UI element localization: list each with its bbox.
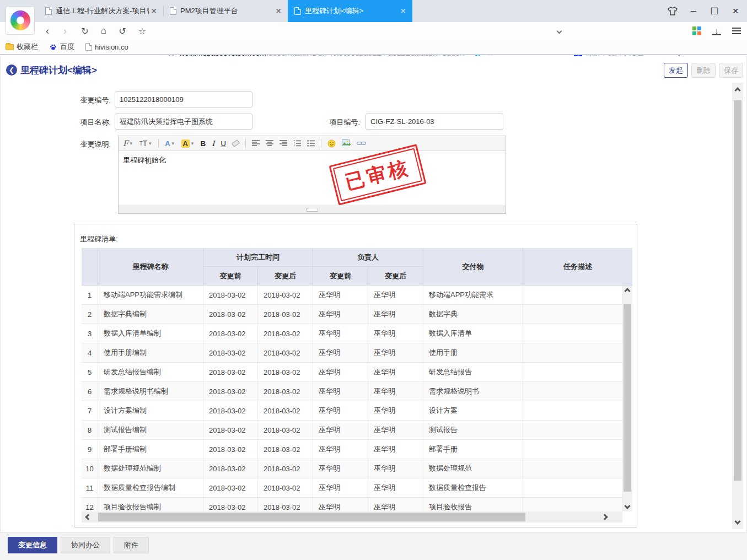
bookmark-item-1[interactable]: 百度 <box>49 42 74 52</box>
browser-logo[interactable] <box>6 6 35 35</box>
cell-plan_after: 2018-03-02 <box>258 363 313 381</box>
initiate-button[interactable]: 发起 <box>664 63 688 78</box>
richtext-editor: F▼ TT▼ A▼ A▼ B I U 里程碑初始化 已审核 <box>118 136 506 214</box>
cell-no: 8 <box>82 421 98 439</box>
resize-handle-icon[interactable] <box>306 208 318 212</box>
apps-grid-icon[interactable] <box>689 22 705 40</box>
cell-plan_before: 2018-03-02 <box>203 343 258 362</box>
align-left-icon[interactable] <box>252 140 260 147</box>
editor-content[interactable]: 里程碑初始化 已审核 <box>119 151 506 206</box>
tab-close-icon[interactable]: ✕ <box>149 7 159 15</box>
cell-name: 数据处理规范编制 <box>98 459 203 478</box>
close-button[interactable]: ✕ <box>727 3 744 19</box>
highlight-color-icon[interactable]: A▼ <box>181 139 195 148</box>
table-scroll-up-icon[interactable] <box>622 287 632 295</box>
cell-plan_after: 2018-03-02 <box>258 478 313 497</box>
table-vscroll-thumb[interactable] <box>624 304 631 492</box>
font-color-icon[interactable]: A▼ <box>165 139 175 148</box>
project-name-input[interactable] <box>115 114 252 130</box>
editor-resize-bar[interactable] <box>119 206 506 213</box>
table-scroll-left-icon[interactable] <box>84 511 93 523</box>
align-right-icon[interactable] <box>280 140 287 147</box>
col-header-plan-after: 变更后 <box>258 267 313 286</box>
font-family-icon[interactable]: F▼ <box>123 139 133 148</box>
cell-owner_before: 巫华明 <box>313 401 368 420</box>
col-header-rownum <box>82 248 98 286</box>
bold-icon[interactable]: B <box>201 139 206 148</box>
table-row: 4使用手册编制2018-03-022018-03-02巫华明巫华明使用手册 <box>82 343 622 363</box>
cell-name: 研发总结报告编制 <box>98 363 203 381</box>
cell-name: 设计方案编制 <box>98 401 203 420</box>
table-row: 3数据入库清单编制2018-03-022018-03-02巫华明巫华明数据入库清… <box>82 324 622 343</box>
table-scroll-right-icon[interactable] <box>600 511 609 523</box>
cell-deliverable: 研发总结报告 <box>423 363 523 381</box>
cell-owner_before: 巫华明 <box>313 382 368 401</box>
cell-name: 数据入库清单编制 <box>98 324 203 343</box>
tab-close-icon[interactable]: ✕ <box>398 7 408 15</box>
underline-icon[interactable]: U <box>221 139 225 148</box>
table-scroll-down-icon[interactable] <box>622 502 632 510</box>
browser-tab-2[interactable]: 里程碑计划<编辑>✕ <box>288 0 412 22</box>
col-header-task: 任务描述 <box>523 248 632 286</box>
insert-link-icon[interactable] <box>357 141 366 146</box>
back-icon[interactable]: ‹ <box>40 22 55 40</box>
page-back-button[interactable]: ❮ <box>6 64 17 76</box>
refresh-icon[interactable]: ↻ <box>77 22 93 40</box>
project-no-input[interactable] <box>366 114 503 130</box>
cell-owner_after: 巫华明 <box>368 478 423 497</box>
tab-close-icon[interactable]: ✕ <box>273 7 283 15</box>
cell-no: 4 <box>82 343 98 362</box>
cell-task <box>523 286 622 304</box>
insert-image-icon[interactable] <box>342 139 351 147</box>
bottom-tab-1[interactable]: 协同办公 <box>61 537 110 553</box>
favorite-star-icon[interactable]: ☆ <box>135 22 150 40</box>
browser-tab-1[interactable]: PM2项目管理平台✕ <box>163 0 288 22</box>
url-dropdown-icon[interactable] <box>551 22 567 40</box>
approved-stamp: 已审核 <box>329 144 426 205</box>
bottom-tab-0[interactable]: 变更信息 <box>8 537 57 553</box>
approved-stamp-text: 已审核 <box>333 148 422 202</box>
page-scrollbar[interactable] <box>732 83 743 529</box>
eraser-icon[interactable] <box>232 141 239 146</box>
download-icon[interactable]: ↓ <box>709 22 724 40</box>
bookmark-item-2[interactable]: hivision.co <box>85 43 128 51</box>
project-no-label: 项目编号: <box>283 117 360 127</box>
align-center-icon[interactable] <box>266 140 273 147</box>
italic-icon[interactable]: I <box>212 139 214 148</box>
cell-owner_after: 巫华明 <box>368 286 423 304</box>
emoji-icon[interactable] <box>327 139 336 148</box>
browser-tab-0[interactable]: 通信工程-行业解决方案-项目管✕ <box>39 0 163 22</box>
bookmark-item-0[interactable]: 收藏栏 <box>6 42 38 52</box>
cell-owner_after: 巫华明 <box>368 459 423 478</box>
forward-icon[interactable]: › <box>57 22 73 40</box>
cell-owner_before: 巫华明 <box>313 421 368 439</box>
change-no-input[interactable] <box>115 91 252 107</box>
table-hscroll-thumb[interactable] <box>98 513 525 521</box>
cell-plan_after: 2018-03-02 <box>258 421 313 439</box>
bottom-tab-2[interactable]: 附件 <box>114 537 149 553</box>
col-header-deliverable: 交付物 <box>423 248 523 286</box>
table-vscrollbar[interactable] <box>622 286 632 511</box>
page-scroll-down-icon[interactable] <box>732 517 743 526</box>
skin-icon[interactable] <box>664 3 681 19</box>
cell-name: 数据质量检查报告编制 <box>98 478 203 497</box>
col-header-plan-before: 变更前 <box>203 267 258 286</box>
font-size-icon[interactable]: TT▼ <box>139 139 153 148</box>
maximize-button[interactable]: ☐ <box>706 3 723 19</box>
page-scroll-up-icon[interactable] <box>732 86 743 95</box>
ordered-list-icon[interactable] <box>293 140 301 147</box>
cell-deliverable: 设计方案 <box>423 401 523 420</box>
table-hscrollbar[interactable] <box>82 511 622 523</box>
minimize-button[interactable]: ─ <box>685 3 702 19</box>
home-icon[interactable]: ⌂ <box>96 22 111 40</box>
undo-icon[interactable]: ↺ <box>115 22 130 40</box>
page-scroll-thumb[interactable] <box>734 100 741 481</box>
bullet-list-icon[interactable] <box>307 140 315 147</box>
cell-owner_after: 巫华明 <box>368 343 423 362</box>
menu-icon[interactable] <box>729 22 744 40</box>
save-button: 保存 <box>719 63 743 78</box>
cell-name: 需求规格说明书编制 <box>98 382 203 401</box>
editor-toolbar: F▼ TT▼ A▼ A▼ B I U <box>119 136 506 151</box>
cell-owner_after: 巫华明 <box>368 421 423 439</box>
bookmark-label: 收藏栏 <box>17 42 38 52</box>
